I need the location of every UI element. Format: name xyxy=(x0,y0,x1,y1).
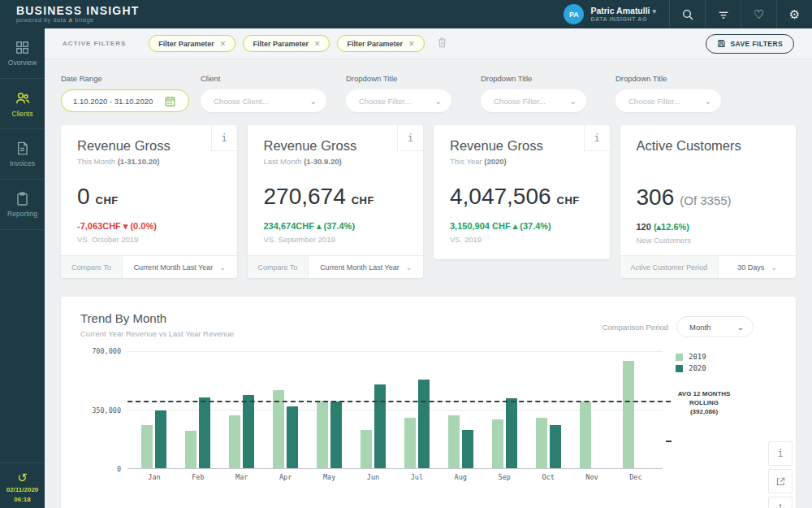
chip-close-icon[interactable]: ✕ xyxy=(408,40,415,48)
compare-to-select[interactable]: Current Month Last Year⌄ xyxy=(309,256,423,278)
kpi-value: 270,674 xyxy=(264,184,346,210)
sidebar-history[interactable]: ↺ 02/11/2020 06:18 xyxy=(0,462,45,503)
chip-close-icon[interactable]: ✕ xyxy=(314,40,321,48)
settings-button[interactable]: ⚙ xyxy=(776,0,812,28)
favorites-button[interactable]: ♡ xyxy=(741,0,776,28)
filter-button[interactable] xyxy=(705,0,741,28)
save-filters-button[interactable]: SAVE FILTERS xyxy=(706,34,794,54)
sidebar-item-invoices[interactable]: Invoices xyxy=(0,129,45,180)
info-icon[interactable]: i xyxy=(584,125,610,151)
bar-2019-feb xyxy=(185,431,197,468)
chevron-down-icon: ⌄ xyxy=(570,97,577,106)
x-tick-nov: Nov xyxy=(580,473,605,481)
invoices-document-icon xyxy=(15,141,30,156)
y-tick: 700,000 xyxy=(92,347,121,355)
kpi-currency: CHF xyxy=(557,194,580,206)
dropdown-select-1[interactable]: Choose Filter...⌄ xyxy=(346,89,451,112)
bar-2020-oct xyxy=(550,425,561,468)
card-footer: Compare To Current Month Last Year⌄ xyxy=(248,255,424,278)
x-tick-mar: Mar xyxy=(229,473,254,481)
chevron-down-icon: ⌄ xyxy=(406,263,412,271)
active-period-label: Active Customer Period xyxy=(620,256,719,278)
arrow-up-icon: ▴ xyxy=(513,221,518,231)
bar-2020-jul xyxy=(418,380,430,468)
clear-filters-button[interactable] xyxy=(436,36,448,52)
filter-chip[interactable]: Filter Parameter✕ xyxy=(149,35,235,52)
sidebar-item-clients[interactable]: Clients xyxy=(0,79,45,129)
date-range-label: Date Range xyxy=(61,74,189,83)
bar-group-aug xyxy=(448,351,473,468)
sidebar-item-overview[interactable]: Overview xyxy=(0,28,45,79)
bar-chart: 700,000 350,000 0 JanFebMarAprMayJunJulA… xyxy=(80,351,776,481)
client-label: Client xyxy=(201,74,326,83)
card-title: Revenue Gross xyxy=(77,138,221,154)
avg-rolling-label: AVG 12 MONTHS ROLLING (392,086) xyxy=(667,390,741,416)
card-title: Active Customers xyxy=(637,138,780,154)
open-external-button[interactable] xyxy=(768,469,793,493)
filter-row: Date Range Client Choose Client...⌄ Drop… xyxy=(45,59,812,122)
search-button[interactable] xyxy=(669,0,705,28)
bar-2019-jan xyxy=(141,425,153,468)
client-group: Client Choose Client...⌄ xyxy=(201,74,326,112)
kpi-card-revenue-last-month: i Revenue Gross Last Month (1-30.9.20) 2… xyxy=(248,125,424,278)
bar-2019-aug xyxy=(448,415,460,468)
kpi-delta: 234,674CHF ▴ (37.4%) xyxy=(264,221,408,232)
y-tick: 0 xyxy=(117,465,121,473)
kpi-cards-row: i Revenue Gross This Month (1-31.10.20) … xyxy=(61,125,796,278)
legend-swatch xyxy=(676,365,683,372)
client-select[interactable]: Choose Client...⌄ xyxy=(201,89,326,112)
bridge-mark-icon: ∧ xyxy=(68,16,73,24)
clients-people-icon xyxy=(15,90,31,106)
chart-legend: 20192020 xyxy=(663,351,776,372)
bar-group-may xyxy=(317,351,342,468)
date-range-field[interactable] xyxy=(61,89,189,112)
active-filters-bar: ACTIVE FILTERS Filter Parameter✕ Filter … xyxy=(45,28,812,59)
heart-icon: ♡ xyxy=(754,8,764,20)
kpi-value: 0 xyxy=(77,184,90,210)
x-tick-jul: Jul xyxy=(404,473,430,481)
kpi-comparison: VS. 2019 xyxy=(450,235,594,244)
bar-2020-mar xyxy=(243,395,254,469)
history-time: 06:18 xyxy=(0,496,45,503)
move-button[interactable] xyxy=(768,497,793,508)
kpi-delta: 3,150,904 CHF ▴ (37.4%) xyxy=(450,221,594,232)
sidebar-item-reporting[interactable]: Reporting xyxy=(0,180,45,230)
bar-2020-may xyxy=(330,402,342,468)
chevron-down-icon: ▾ xyxy=(652,7,656,15)
card-footer: Active Customer Period 30 Days⌄ xyxy=(620,255,797,278)
filter-chip[interactable]: Filter Parameter✕ xyxy=(337,35,424,52)
dropdown-select-2[interactable]: Choose Filter...⌄ xyxy=(481,89,586,112)
kpi-comparison: VS. September 2019 xyxy=(264,235,408,244)
chart-info-button[interactable]: i xyxy=(768,441,793,466)
avatar[interactable]: PA xyxy=(564,4,584,24)
card-period: This Month (1-31.10.20) xyxy=(77,157,221,166)
bar-group-jan xyxy=(141,351,166,468)
chip-close-icon[interactable]: ✕ xyxy=(220,40,227,48)
dropdown-group-2: Dropdown Title Choose Filter...⌄ xyxy=(481,74,586,112)
compare-to-select[interactable]: Current Month Last Year⌄ xyxy=(123,256,237,278)
bar-2020-aug xyxy=(462,430,473,468)
x-tick-dec: Dec xyxy=(623,473,648,481)
comparison-period-select[interactable]: Month⌄ xyxy=(676,316,754,337)
kpi-card-active-customers: Active Customers 306(Of 3355) 120 (▴12.6… xyxy=(620,125,797,278)
date-range-input[interactable] xyxy=(73,97,164,106)
brand-title: BUSINESS INSIGHT xyxy=(16,5,139,17)
y-tick: 350,000 xyxy=(92,406,121,415)
gear-icon: ⚙ xyxy=(789,8,800,20)
x-tick-jan: Jan xyxy=(141,473,166,481)
chevron-down-icon: ⌄ xyxy=(737,323,744,332)
avg-line-tick xyxy=(666,441,672,442)
dropdown-select-3[interactable]: Choose Filter...⌄ xyxy=(615,89,721,112)
info-icon[interactable]: i xyxy=(211,125,237,151)
info-icon[interactable]: i xyxy=(397,125,423,151)
user-menu[interactable]: PA Patric Amatulli ▾ DATA INSIGHT AG xyxy=(551,0,669,28)
filter-chip[interactable]: Filter Parameter✕ xyxy=(243,35,330,52)
bar-2019-jun xyxy=(361,430,372,468)
kpi-value: 4,047,506 xyxy=(450,184,551,210)
history-date: 02/11/2020 xyxy=(0,486,45,493)
kpi-delta: 120 (▴12.6%) xyxy=(637,222,780,232)
active-period-select[interactable]: 30 Days⌄ xyxy=(719,256,796,278)
calendar-icon xyxy=(164,95,176,107)
overview-grid-icon xyxy=(15,40,30,55)
dropdown-group-1: Dropdown Title Choose Filter...⌄ xyxy=(346,74,451,112)
